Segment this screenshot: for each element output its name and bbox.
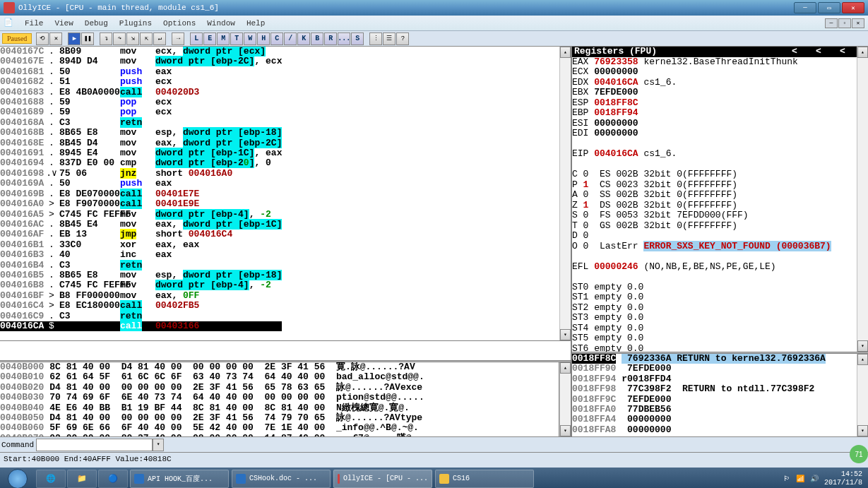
- dump-row[interactable]: 0040B020 D4 81 40 00 00 00 00 00 2E 3F 4…: [0, 383, 559, 393]
- dump-scrollbar[interactable]: ▴▾: [559, 362, 571, 436]
- toolbar-w-button[interactable]: W: [244, 32, 256, 45]
- taskbar-task[interactable]: API HOOK_百度...: [130, 470, 229, 488]
- stack-row[interactable]: 0018FFA4 00000000: [572, 415, 857, 424]
- toolbar-e-button[interactable]: E: [203, 32, 216, 45]
- flag-row[interactable]: C 0 ES 002B 32bit 0(FFFFFFFF): [572, 169, 857, 180]
- disasm-row[interactable]: 004016A0>E8 F9070000call00401E9E: [0, 199, 282, 209]
- menu-file[interactable]: File: [19, 18, 49, 29]
- toolbar-r-button[interactable]: R: [324, 32, 337, 45]
- stack-row[interactable]: 0018FF9C 7EFDE000: [572, 395, 857, 405]
- disasm-row[interactable]: 0040167C.8B09movecx, dword ptr [ecx]: [0, 47, 282, 56]
- disassembly-pane[interactable]: 0040167C.8B09movecx, dword ptr [ecx]0040…: [0, 47, 571, 340]
- disasm-row[interactable]: 0040169A.50pusheax: [0, 179, 282, 189]
- trace-over-button[interactable]: ⇱: [140, 32, 153, 45]
- restart-button[interactable]: ⟲: [36, 32, 49, 45]
- flag-row[interactable]: S 0 FS 0053 32bit 7EFDD000(FFF): [572, 210, 857, 221]
- notification-badge[interactable]: 71: [850, 445, 868, 463]
- register-row[interactable]: ESI 00000000: [572, 119, 857, 129]
- mdi-restore-button[interactable]: ▫: [838, 18, 851, 28]
- disasm-row[interactable]: 0040168B.8B65 E8movesp, dword ptr [ebp-1…: [0, 128, 282, 138]
- menu-view[interactable]: View: [49, 18, 78, 29]
- flag-row[interactable]: D 0: [572, 231, 857, 242]
- fpu-row[interactable]: ST2 empty 0.0: [572, 303, 857, 314]
- flag-row[interactable]: T 0 GS 002B 32bit 0(FFFFFFFF): [572, 221, 857, 232]
- disasm-row[interactable]: 004016B4.C3retn: [0, 261, 282, 270]
- disasm-row[interactable]: 00401698.∨75 06jnzshort 004016A0: [0, 169, 282, 179]
- pinned-ie[interactable]: 🌐: [36, 470, 66, 488]
- register-row[interactable]: ECX 00000000: [572, 67, 857, 78]
- disasm-row[interactable]: 004016B5.8B65 E8movesp, dword ptr [ebp-1…: [0, 270, 282, 280]
- taskbar-task[interactable]: CS16: [435, 470, 534, 488]
- toolbar-s-button[interactable]: S: [351, 32, 364, 45]
- stack-scrollbar[interactable]: ▴▾: [857, 354, 868, 436]
- step-over-button[interactable]: ↷: [113, 32, 126, 45]
- disasm-row[interactable]: 00401682.51pushecx: [0, 77, 282, 87]
- disasm-row[interactable]: 00401688.59popecx: [0, 97, 282, 107]
- disasm-row[interactable]: 004016AF.EB 13jmpshort 004016C4: [0, 230, 282, 239]
- pinned-explorer[interactable]: 📁: [67, 470, 97, 488]
- register-row[interactable]: EDI 00000000: [572, 129, 857, 139]
- tray-volume-icon[interactable]: 🔊: [810, 475, 819, 483]
- registers-pane[interactable]: Registers (FPU)<<<EAX 76923358 kernel32.…: [572, 47, 868, 352]
- goto-button[interactable]: →: [172, 32, 184, 45]
- regs-scrollbar[interactable]: ▴▾: [857, 47, 868, 352]
- stack-row[interactable]: 0018FFA0 77DBEB56: [572, 405, 857, 415]
- pause-button[interactable]: ❚❚: [81, 32, 94, 45]
- fpu-row[interactable]: ST6 empty 0.0: [572, 344, 857, 352]
- toolbar-l-button[interactable]: L: [190, 32, 203, 45]
- fpu-row[interactable]: ST4 empty 0.0: [572, 323, 857, 334]
- lasterr-row[interactable]: O 0 LastErr ERROR_SXS_KEY_NOT_FOUND (000…: [572, 242, 857, 252]
- step-into-button[interactable]: ↴: [100, 32, 112, 45]
- flag-row[interactable]: A 0 SS 002B 32bit 0(FFFFFFFF): [572, 190, 857, 201]
- menu-plugins[interactable]: Plugins: [114, 18, 157, 29]
- appearance-button[interactable]: ☰: [383, 32, 396, 45]
- menu-debug[interactable]: Debug: [79, 18, 114, 29]
- hex-dump-pane[interactable]: 0040B000 8C 81 40 00 D4 81 40 00 00 00 0…: [0, 362, 559, 436]
- disasm-row[interactable]: 004016A5>C745 FC FEFFFmovdword ptr [ebp-…: [0, 210, 282, 220]
- minimize-button[interactable]: ─: [794, 2, 816, 13]
- run-till-return-button[interactable]: ↵: [153, 32, 166, 45]
- dump-row[interactable]: 0040B060 5F 69 6E 66 6F 40 40 00 5E 42 4…: [0, 423, 559, 433]
- fpu-row[interactable]: ST5 empty 0.0: [572, 333, 857, 344]
- maximize-button[interactable]: ▭: [818, 2, 840, 13]
- tray-flag-icon[interactable]: 🏳: [783, 475, 790, 483]
- stack-row[interactable]: 0018FF94 r0018FFD4: [572, 374, 857, 384]
- toolbar-t-button[interactable]: T: [230, 32, 243, 45]
- stack-row[interactable]: 0018FF90 7EFDE000: [572, 364, 857, 374]
- register-row[interactable]: EBX 7EFDE000: [572, 88, 857, 98]
- tray-network-icon[interactable]: 📶: [796, 475, 804, 483]
- start-button[interactable]: [0, 468, 35, 488]
- disasm-row[interactable]: 00401681.50pusheax: [0, 67, 282, 77]
- pinned-chrome[interactable]: 🔵: [98, 470, 128, 488]
- stack-row[interactable]: 0018FF8C 7692336A RETURN to kernel32.769…: [572, 354, 857, 364]
- close-button[interactable]: ✕: [842, 2, 864, 13]
- fpu-row[interactable]: ST1 empty 0.0: [572, 292, 857, 303]
- flag-row[interactable]: P 1 CS 0023 32bit 0(FFFFFFFF): [572, 180, 857, 191]
- disasm-row[interactable]: 00401689.59popecx: [0, 107, 282, 117]
- dump-row[interactable]: 0040B070 02 00 00 00 80 37 40 00 08 00 0…: [0, 434, 559, 436]
- disasm-row[interactable]: 00401694.837D E0 00cmpdword ptr [ebp-20]…: [0, 158, 282, 168]
- disasm-row[interactable]: 004016C9.C3retn: [0, 311, 282, 321]
- disasm-row[interactable]: 0040168A.C3retn: [0, 118, 282, 128]
- toolbar-h-button[interactable]: H: [257, 32, 270, 45]
- command-dropdown-button[interactable]: ▾: [153, 439, 164, 451]
- register-eip[interactable]: EIP 004016CA cs1_6.: [572, 149, 857, 160]
- mdi-close-button[interactable]: ✕: [852, 18, 864, 28]
- fpu-row[interactable]: ST0 empty 0.0: [572, 282, 857, 293]
- close-button-tb[interactable]: ✕: [49, 32, 62, 45]
- command-input[interactable]: [36, 439, 153, 451]
- disasm-row[interactable]: 004016B1.33C0xoreax, eax: [0, 240, 282, 250]
- toolbar-c-button[interactable]: C: [270, 32, 283, 45]
- disasm-row[interactable]: 00401691.8945 E4movdword ptr [ebp-1C], e…: [0, 148, 282, 158]
- dump-row[interactable]: 0040B030 70 74 69 6F 6E 40 73 74 64 40 4…: [0, 393, 559, 403]
- taskbar-task[interactable]: OllyICE - [CPU - ...: [333, 470, 432, 488]
- toolbar-...-button[interactable]: ...: [338, 32, 350, 45]
- register-row[interactable]: EAX 76923358 kernel32.BaseThreadInitThun…: [572, 57, 857, 68]
- fpu-row[interactable]: ST3 empty 0.0: [572, 313, 857, 323]
- disasm-row[interactable]: 004016CA$E8 971A0000call00403166: [0, 321, 282, 331]
- disasm-row[interactable]: 004016B3.40inceax: [0, 250, 282, 260]
- options-button[interactable]: ⋮: [369, 32, 382, 45]
- mdi-minimize-button[interactable]: ─: [825, 18, 838, 28]
- stack-pane[interactable]: 0018FF8C 7692336A RETURN to kernel32.769…: [572, 354, 868, 436]
- menu-options[interactable]: Options: [157, 18, 201, 29]
